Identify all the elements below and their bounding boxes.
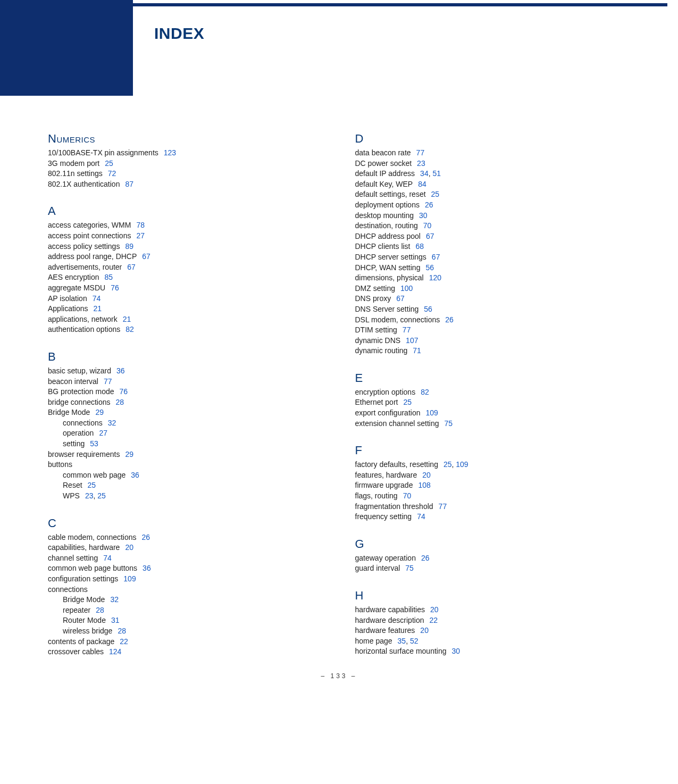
page-link[interactable]: 67: [432, 253, 440, 261]
page-link[interactable]: 22: [120, 637, 128, 646]
page-link[interactable]: 28: [96, 606, 104, 614]
page-link[interactable]: 76: [111, 283, 119, 292]
index-term: guard interval: [355, 564, 400, 572]
page-link[interactable]: 75: [445, 419, 453, 428]
page-link[interactable]: 20: [125, 543, 133, 552]
page-link[interactable]: 70: [403, 491, 412, 500]
page-link[interactable]: 123: [164, 148, 176, 157]
page-link[interactable]: 30: [419, 211, 428, 220]
page-link[interactable]: 67: [396, 294, 405, 303]
page-link[interactable]: 20: [430, 605, 439, 614]
index-term: 10/100BASE-TX pin assignments: [48, 148, 158, 157]
index-entry: fragmentation threshold77: [355, 502, 631, 512]
page-link[interactable]: 87: [125, 180, 133, 188]
page-link[interactable]: 22: [429, 616, 438, 624]
page-link[interactable]: 74: [103, 554, 112, 562]
page-link[interactable]: 21: [94, 304, 102, 313]
page-link[interactable]: 25: [443, 460, 452, 469]
page-link[interactable]: 70: [423, 221, 432, 230]
page-link[interactable]: 124: [109, 647, 121, 656]
page-link[interactable]: 26: [421, 554, 430, 562]
page-link[interactable]: 21: [123, 315, 131, 323]
page-link[interactable]: 109: [123, 574, 136, 583]
page-link[interactable]: 56: [425, 263, 434, 272]
page-link[interactable]: 36: [131, 471, 139, 479]
page-link[interactable]: 29: [95, 408, 104, 416]
page-link[interactable]: 30: [452, 647, 461, 655]
page-link[interactable]: 31: [111, 616, 120, 624]
page-link[interactable]: 71: [413, 346, 421, 355]
page-link[interactable]: 25: [431, 190, 440, 198]
page-link[interactable]: 77: [439, 502, 447, 511]
page-link[interactable]: 67: [142, 252, 150, 261]
page-link[interactable]: 53: [90, 439, 98, 448]
page-link[interactable]: 109: [425, 408, 438, 417]
page-link[interactable]: 78: [136, 221, 145, 229]
page-link[interactable]: 34: [420, 169, 429, 178]
page-link[interactable]: 35: [398, 637, 406, 645]
page-link[interactable]: 74: [93, 294, 101, 303]
page-link[interactable]: 28: [118, 627, 126, 635]
page-link[interactable]: 23: [417, 159, 425, 168]
index-entry: DHCP, WAN setting56: [355, 263, 631, 273]
index-term: browser requirements: [48, 450, 120, 458]
index-entry: 802.11n settings72: [48, 169, 323, 179]
index-term: connections: [48, 585, 88, 594]
page-link[interactable]: 36: [116, 366, 125, 375]
page-link[interactable]: 67: [426, 232, 434, 240]
page-link[interactable]: 36: [143, 564, 151, 572]
page-link[interactable]: 85: [105, 273, 113, 281]
page-link[interactable]: 84: [418, 180, 426, 188]
page-link[interactable]: 29: [125, 450, 133, 458]
index-term: DMZ setting: [355, 284, 395, 293]
page-link[interactable]: 23: [85, 491, 94, 500]
page-link[interactable]: 107: [406, 336, 418, 345]
index-entry: Reset25: [48, 480, 323, 491]
index-term: 802.1X authentication: [48, 180, 120, 188]
page-link[interactable]: 27: [136, 231, 145, 240]
page-link[interactable]: 28: [116, 398, 124, 406]
index-term: dynamic DNS: [355, 336, 401, 345]
index-entry: firmware upgrade108: [355, 480, 631, 491]
page-link[interactable]: 26: [142, 533, 150, 541]
page-link[interactable]: 27: [99, 429, 107, 437]
page-link[interactable]: 26: [425, 201, 433, 209]
index-entry: connections: [48, 585, 323, 595]
page-link[interactable]: 108: [418, 481, 430, 489]
page-link[interactable]: 74: [417, 512, 425, 521]
page-link[interactable]: 100: [400, 284, 413, 293]
page-link[interactable]: 20: [420, 626, 429, 635]
page-link[interactable]: 109: [456, 460, 468, 469]
page-link[interactable]: 82: [421, 388, 429, 396]
page-link[interactable]: 20: [422, 471, 431, 479]
page-link[interactable]: 120: [429, 273, 441, 282]
page-link[interactable]: 25: [105, 159, 113, 168]
page-link[interactable]: 26: [445, 315, 454, 324]
page-link[interactable]: 77: [403, 326, 411, 334]
index-term: contents of package: [48, 637, 114, 646]
page-link[interactable]: 75: [405, 564, 414, 572]
page-link[interactable]: 67: [127, 263, 136, 271]
index-entry: DNS proxy67: [355, 294, 631, 304]
index-pages: 124: [109, 647, 121, 656]
page-link[interactable]: 25: [88, 481, 96, 489]
index-term: Bridge Mode: [48, 408, 90, 416]
page-link[interactable]: 82: [125, 325, 134, 333]
page-link[interactable]: 32: [108, 419, 116, 427]
index-section-header: E: [355, 371, 631, 385]
page-link[interactable]: 52: [410, 637, 418, 645]
page-link[interactable]: 76: [120, 387, 128, 396]
page-link[interactable]: 32: [110, 595, 119, 604]
page-link[interactable]: 68: [416, 242, 424, 251]
page-link[interactable]: 77: [416, 148, 425, 157]
index-term: encryption options: [355, 388, 416, 396]
page-link[interactable]: 77: [104, 377, 112, 386]
page-link[interactable]: 25: [403, 398, 412, 406]
page-link[interactable]: 89: [125, 242, 133, 251]
page-link[interactable]: 72: [108, 169, 116, 178]
index-pages: 28: [118, 627, 126, 635]
page-link[interactable]: 51: [432, 169, 441, 178]
page-link[interactable]: 56: [424, 305, 432, 313]
index-entry: connections32: [48, 418, 323, 429]
page-link[interactable]: 25: [97, 491, 106, 500]
